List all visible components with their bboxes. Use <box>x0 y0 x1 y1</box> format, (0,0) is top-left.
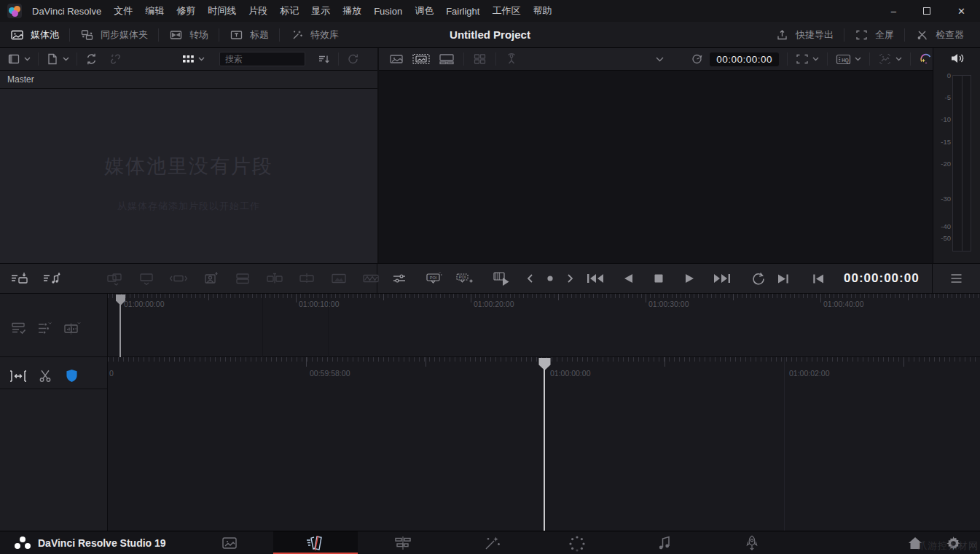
transitions-toggle[interactable]: 转场 <box>159 22 219 47</box>
menu-mark[interactable]: 标记 <box>280 4 299 17</box>
detail-playhead-line[interactable] <box>544 369 545 531</box>
menu-color[interactable]: 调色 <box>415 4 434 17</box>
chevron-down-icon[interactable] <box>198 57 205 61</box>
overview-ruler-ticks[interactable] <box>108 294 980 298</box>
timeline-overview[interactable]: 01:00:00:00 01:00:10:00 01:00:20:00 01:0… <box>0 294 980 357</box>
chevron-down-icon[interactable] <box>812 57 819 61</box>
close-button[interactable]: ✕ <box>957 7 965 16</box>
menu-file[interactable]: 文件 <box>114 4 133 17</box>
jog-control-icon[interactable] <box>690 52 704 66</box>
maximize-button[interactable] <box>923 7 930 15</box>
split-clips-icon[interactable] <box>38 369 52 383</box>
chevron-down-icon[interactable] <box>63 57 69 61</box>
bin-list-toggle-icon[interactable] <box>7 52 20 66</box>
speaker-icon[interactable] <box>949 51 965 66</box>
clip-selector-dropdown-icon[interactable] <box>656 57 664 62</box>
multicam-view-icon[interactable] <box>473 52 487 66</box>
unlink-media-icon[interactable] <box>109 52 122 66</box>
menu-app[interactable]: DaVinci Resolve <box>32 6 101 17</box>
chevron-down-icon[interactable] <box>895 57 902 61</box>
import-media-icon[interactable] <box>46 52 59 66</box>
refresh-icon[interactable] <box>346 52 360 66</box>
source-tape-view-icon[interactable] <box>412 52 430 66</box>
menu-timeline[interactable]: 时间线 <box>208 4 236 17</box>
menu-clip[interactable]: 片段 <box>248 4 267 17</box>
overwrite-track-button[interactable] <box>233 271 252 286</box>
chevron-down-icon[interactable] <box>855 57 861 61</box>
close-up-button[interactable] <box>137 271 156 286</box>
resync-media-icon[interactable] <box>85 52 98 66</box>
page-tab-fusion[interactable] <box>471 531 513 554</box>
live-overwrite-icon[interactable] <box>505 52 518 66</box>
menu-help[interactable]: 帮助 <box>533 4 552 17</box>
menu-edit[interactable]: 编辑 <box>145 4 164 17</box>
sort-icon[interactable] <box>317 52 331 66</box>
timeline-options-icon[interactable] <box>11 321 27 336</box>
grid-view-icon[interactable] <box>182 53 195 65</box>
stop-button[interactable] <box>653 273 665 284</box>
go-to-start-button[interactable] <box>586 273 605 284</box>
transport-timecode[interactable]: 00:00:00:00 <box>844 271 920 286</box>
source-overwrite-button[interactable] <box>201 271 220 286</box>
inspector-toggle[interactable]: 检查器 <box>905 28 974 42</box>
sync-bin-toggle[interactable]: 同步媒体夹 <box>70 22 158 47</box>
timeline-options-menu-icon[interactable] <box>950 273 963 284</box>
page-tab-cut[interactable] <box>273 531 358 554</box>
audio-trim-icon[interactable] <box>63 321 81 336</box>
page-tab-fairlight[interactable] <box>643 531 686 554</box>
effects-library-toggle[interactable]: 特效库 <box>280 22 349 47</box>
smart-insert-button[interactable] <box>10 271 29 286</box>
poi-add-button[interactable]: POI <box>455 271 474 286</box>
source-clip-view-icon[interactable] <box>389 52 404 66</box>
timeline-view-icon[interactable] <box>439 52 455 66</box>
play-reverse-button[interactable] <box>622 273 634 284</box>
step-back-icon[interactable] <box>526 273 533 284</box>
snap-split-button[interactable] <box>297 271 316 286</box>
menu-fusion[interactable]: Fusion <box>374 6 402 17</box>
sync-lock-shield-icon[interactable] <box>66 369 78 383</box>
viewer-fullscreen-icon[interactable] <box>796 53 809 65</box>
ripple-overwrite-button[interactable] <box>105 271 124 286</box>
grade-bypass-icon[interactable] <box>878 52 892 66</box>
quick-export-button[interactable]: 快捷导出 <box>765 28 844 42</box>
page-tab-deliver[interactable] <box>731 531 773 554</box>
media-pool-content[interactable]: 媒体池里没有片段 从媒体存储添加片段以开始工作 <box>0 89 377 263</box>
match-frame-next-icon[interactable] <box>777 273 790 284</box>
go-to-end-button[interactable] <box>713 273 732 284</box>
fullscreen-button[interactable]: 全屏 <box>844 28 904 42</box>
menu-workspace[interactable]: 工作区 <box>492 4 520 17</box>
menu-playback[interactable]: 播放 <box>342 4 361 17</box>
menu-fairlight[interactable]: Fairlight <box>446 6 479 17</box>
append-audio-button[interactable] <box>42 271 61 286</box>
tools-button[interactable] <box>392 272 407 285</box>
track-tools-icon[interactable] <box>37 321 53 336</box>
record-icon[interactable] <box>545 273 555 284</box>
chevron-down-icon[interactable] <box>24 57 31 61</box>
media-pool-toggle[interactable]: 媒体池 <box>0 22 69 47</box>
split-clip-button[interactable] <box>265 271 284 286</box>
page-tab-edit[interactable] <box>382 531 424 554</box>
picture-in-box-button[interactable] <box>329 271 348 286</box>
trim-mode-icon[interactable] <box>9 369 28 383</box>
playback-quality-icon[interactable]: HQ <box>836 53 851 66</box>
viewer-timecode[interactable]: 00:00:00:00 <box>710 52 779 66</box>
menu-trim[interactable]: 修剪 <box>176 4 195 17</box>
titles-toggle[interactable]: 标题 <box>219 22 279 47</box>
timeline-detail[interactable]: 0 00:59:58:00 01:00:00:00 01:00:02:00 <box>0 357 980 531</box>
loop-button[interactable] <box>750 272 765 286</box>
viewer-area[interactable] <box>379 71 933 263</box>
ai-enhance-icon[interactable] <box>919 52 933 66</box>
overview-playhead-line[interactable] <box>119 305 121 357</box>
minimize-button[interactable]: – <box>891 7 896 16</box>
page-tab-media[interactable] <box>208 531 251 554</box>
bin-name-bar[interactable]: Master <box>0 71 377 89</box>
page-tab-color[interactable] <box>556 531 598 554</box>
place-on-top-button[interactable] <box>169 271 188 286</box>
play-button[interactable] <box>683 273 695 284</box>
match-frame-prev-icon[interactable] <box>812 273 825 284</box>
step-forward-icon[interactable] <box>567 273 574 284</box>
play-clip-button[interactable] <box>493 270 511 286</box>
poi-marker-button[interactable]: POI <box>424 271 443 286</box>
menu-view[interactable]: 显示 <box>311 4 330 17</box>
search-input[interactable] <box>219 52 305 66</box>
